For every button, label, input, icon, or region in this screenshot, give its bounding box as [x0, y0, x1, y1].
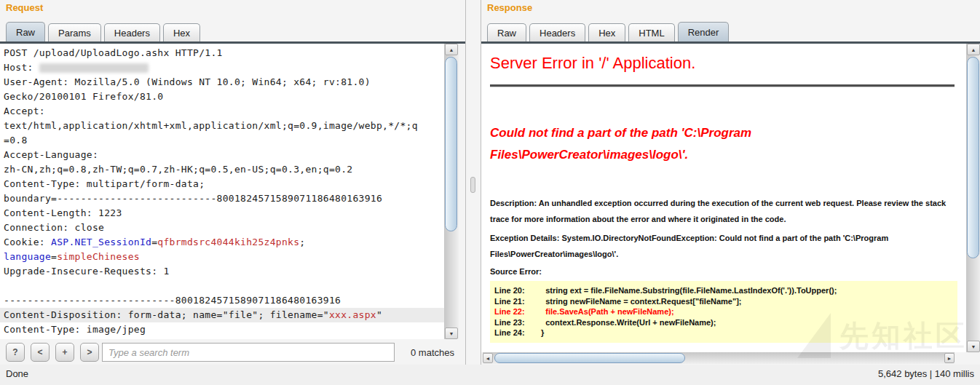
redacted-host-value	[39, 63, 149, 73]
tab-hex[interactable]: Hex	[588, 23, 625, 41]
arrow-left-icon: ◄	[486, 356, 491, 361]
scroll-up-button[interactable]: ▲	[445, 44, 458, 55]
request-line: Cookie: ASP.NET_SessionId=qfbrmdsrc4044k…	[0, 235, 444, 250]
source-code-line: Line 23: context.Response.Write(Url + ne…	[494, 317, 957, 328]
request-line: POST /upload/UploadLogo.ashx HTTP/1.1	[0, 46, 444, 60]
scroll-left-button[interactable]: ◄	[483, 353, 493, 363]
request-editor[interactable]: POST /upload/UploadLogo.ashx HTTP/1.1Hos…	[0, 44, 444, 341]
search-previous-button[interactable]: <	[31, 343, 50, 362]
description-text: An unhandled exception occurred during t…	[490, 199, 946, 223]
response-horizontal-scrollbar[interactable]: ◄ ►	[483, 352, 955, 364]
splitter-handle-icon[interactable]	[470, 177, 475, 193]
arrow-down-icon: ▼	[971, 344, 976, 349]
request-panel: Request RawParamsHeadersHex POST /upload…	[0, 0, 466, 365]
arrow-up-icon: ▲	[449, 47, 454, 52]
scrollbar-thumb[interactable]	[967, 57, 979, 258]
source-code-line: Line 21: string newFileName = context.Re…	[494, 296, 957, 307]
tab-headers[interactable]: Headers	[529, 23, 585, 41]
search-input[interactable]	[102, 343, 395, 362]
horizontal-rule	[490, 84, 955, 87]
response-metrics-text: 5,642 bytes | 140 millis	[878, 368, 974, 379]
response-vertical-scrollbar[interactable]: ▲ ▼	[966, 44, 980, 352]
search-next-button[interactable]: >	[80, 343, 99, 362]
scroll-up-button[interactable]: ▲	[967, 44, 980, 55]
scrollbar-thumb[interactable]	[445, 57, 457, 231]
search-button-group: ?<+>	[6, 339, 105, 362]
search-matches-count: 0 matches	[411, 347, 454, 358]
source-error-label: Source Error:	[490, 263, 962, 279]
request-line: boundary=---------------------------8001…	[0, 191, 444, 206]
request-line: Content-Disposition: form-data; name="fi…	[0, 308, 444, 322]
scrollbar-thumb[interactable]	[494, 353, 685, 363]
request-line: Content-Type: image/jpeg	[0, 322, 444, 337]
request-line: Accept:	[0, 104, 444, 119]
request-tabbar: RawParamsHeadersHex	[6, 22, 203, 41]
description-paragraph: Description: An unhandled exception occu…	[490, 195, 962, 227]
request-search-toolbar: ?<+> 0 matches	[0, 339, 465, 365]
render-view: Server Error in '/' Application. Could n…	[481, 44, 966, 352]
server-error-heading: Server Error in '/' Application.	[490, 54, 966, 73]
arrow-right-icon: ►	[947, 356, 952, 361]
tab-hex[interactable]: Hex	[163, 23, 200, 41]
tab-headers[interactable]: Headers	[104, 23, 160, 41]
request-line: Upgrade-Insecure-Requests: 1	[0, 264, 444, 279]
exception-paragraph: Exception Details: System.IO.DirectoryNo…	[490, 230, 962, 262]
tab-params[interactable]: Params	[48, 23, 101, 41]
source-code-line: Line 20: string ext = file.FileName.Subs…	[494, 285, 957, 296]
tab-html[interactable]: HTML	[628, 23, 674, 41]
arrow-up-icon: ▲	[971, 47, 976, 52]
source-error-code-block: Line 20: string ext = file.FileName.Subs…	[490, 281, 957, 343]
response-title: Response	[487, 2, 532, 13]
request-title: Request	[6, 2, 43, 13]
scroll-down-button[interactable]: ▼	[445, 328, 458, 339]
tab-raw[interactable]: Raw	[6, 22, 45, 41]
source-code-line: Line 22: file.SaveAs(Path + newFileName)…	[494, 306, 957, 317]
request-line: Accept-Language:	[0, 148, 444, 162]
request-line: language=simpleChineses	[0, 250, 444, 264]
scroll-right-button[interactable]: ►	[944, 353, 955, 363]
request-line: Gecko/20100101 Firefox/81.0	[0, 90, 444, 104]
status-bar: Done 5,642 bytes | 140 millis	[0, 365, 980, 385]
arrow-down-icon: ▼	[449, 331, 454, 336]
error-message-heading: Could not find a part of the path 'C:\Pr…	[490, 122, 796, 166]
request-line: =0.8	[0, 133, 444, 148]
response-panel: Response RawHeadersHexHTMLRender Server …	[481, 0, 980, 365]
search-add-button[interactable]: +	[55, 343, 74, 362]
request-line: Content-Type: multipart/form-data;	[0, 177, 444, 191]
request-line	[0, 279, 444, 293]
exception-details-label: Exception Details:	[490, 234, 559, 242]
request-line: -----------------------------80018245715…	[0, 293, 444, 308]
http-message-viewer: Request RawParamsHeadersHex POST /upload…	[0, 0, 980, 385]
request-line: User-Agent: Mozilla/5.0 (Windows NT 10.0…	[0, 75, 444, 90]
request-line: Host:	[0, 60, 444, 75]
description-label: Description:	[490, 199, 537, 207]
request-line: Connection: close	[0, 221, 444, 235]
tab-render[interactable]: Render	[678, 22, 730, 41]
request-vertical-scrollbar[interactable]: ▲ ▼	[444, 44, 459, 339]
panel-splitter[interactable]	[466, 0, 481, 365]
request-line: zh-CN,zh;q=0.8,zh-TW;q=0.7,zh-HK;q=0.5,e…	[0, 162, 444, 177]
request-line: Content-Length: 1223	[0, 206, 444, 221]
request-line: text/html,application/xhtml+xml,applicat…	[0, 119, 444, 133]
search-help-button[interactable]: ?	[6, 343, 25, 362]
scroll-down-button[interactable]: ▼	[967, 341, 980, 352]
request-status-text: Done	[6, 368, 28, 379]
tab-raw[interactable]: Raw	[487, 23, 526, 41]
response-tabbar: RawHeadersHexHTMLRender	[487, 22, 732, 41]
source-code-line: Line 24: }	[494, 328, 957, 338]
